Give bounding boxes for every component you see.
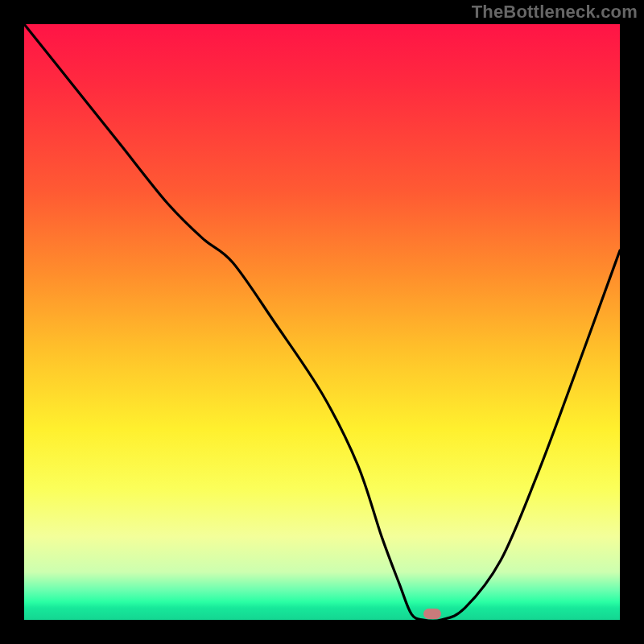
curve-path [24, 24, 620, 620]
optimum-marker [423, 609, 441, 619]
bottleneck-curve [24, 24, 620, 620]
plot-area [24, 24, 620, 620]
watermark-text: TheBottleneck.com [472, 2, 638, 23]
chart-frame: TheBottleneck.com [0, 0, 644, 644]
